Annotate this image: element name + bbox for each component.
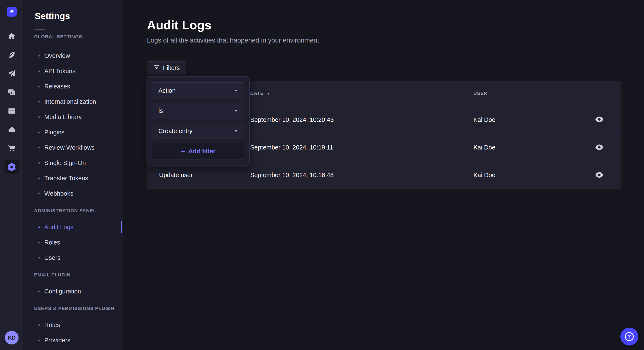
view-details-button[interactable]: [595, 172, 603, 178]
sidebar-item-transfer-tokens[interactable]: Transfer Tokens: [24, 171, 122, 186]
filters-button-label: Filters: [163, 64, 180, 71]
bullet-icon: [38, 257, 40, 259]
strapi-logo-icon: [8, 8, 15, 15]
bullet-icon: [38, 226, 40, 228]
filter-field-select[interactable]: Action ▼: [152, 82, 244, 99]
paper-plane-icon[interactable]: [7, 69, 16, 78]
filters-popover: Action ▼ is ▼ Create entry ▼ + Add filte…: [146, 76, 250, 167]
sort-desc-icon[interactable]: ▼: [267, 92, 270, 95]
cell-user: Kai Doe: [474, 144, 590, 151]
main-nav-rail: KD: [0, 0, 24, 350]
cell-user: Kai Doe: [474, 116, 590, 123]
section-header: USERS & PERMISSIONS PLUGIN: [34, 306, 122, 311]
cell-action: Update user: [159, 172, 250, 178]
settings-sidebar: Settings GLOBAL SETTINGS Overview API To…: [24, 0, 122, 350]
sidebar-item-api-tokens[interactable]: API Tokens: [24, 63, 122, 79]
eye-icon: [595, 117, 603, 123]
column-header-user[interactable]: USER: [474, 91, 590, 96]
eye-icon: [595, 172, 603, 178]
sidebar-item-review-workflows[interactable]: Review Workflows: [24, 140, 122, 155]
filter-operator-select[interactable]: is ▼: [152, 103, 244, 119]
page-subtitle: Logs of all the activities that happened…: [147, 37, 319, 44]
view-details-button[interactable]: [595, 144, 603, 151]
bullet-icon: [38, 193, 40, 194]
filter-icon: [153, 64, 160, 72]
bullet-icon: [38, 340, 40, 341]
feather-icon[interactable]: [7, 50, 16, 59]
rail-icon-nav: [0, 31, 24, 172]
sidebar-item-plugins[interactable]: Plugins: [24, 125, 122, 140]
cell-date: September 10, 2024, 10:19:11: [250, 144, 474, 151]
bullet-icon: [38, 101, 40, 103]
strapi-logo[interactable]: [7, 7, 16, 16]
sidebar-item-providers[interactable]: Providers: [24, 333, 122, 348]
bullet-icon: [38, 132, 40, 133]
rail-divider-bottom: [0, 321, 24, 321]
filters-button[interactable]: Filters: [147, 61, 186, 74]
section-users-permissions-plugin: USERS & PERMISSIONS PLUGIN Roles Provide…: [24, 306, 122, 348]
layout-icon[interactable]: [7, 106, 16, 116]
images-icon[interactable]: [7, 88, 16, 97]
filter-value-select[interactable]: Create entry ▼: [152, 123, 244, 139]
bullet-icon: [38, 291, 40, 292]
section-header: EMAIL PLUGIN: [34, 272, 122, 278]
cell-date: September 10, 2024, 10:20:43: [250, 116, 474, 123]
sidebar-item-roles-admin[interactable]: Roles: [24, 235, 122, 250]
sidebar-item-releases[interactable]: Releases: [24, 79, 122, 94]
section-header: ADMINISTRATION PANEL: [34, 208, 122, 213]
chevron-down-icon: ▼: [234, 109, 238, 113]
sidebar-item-audit-logs[interactable]: Audit Logs: [24, 219, 122, 235]
gear-icon[interactable]: [7, 163, 16, 172]
sidebar-item-internationalization[interactable]: Internationalization: [24, 94, 122, 109]
sidebar-title: Settings: [35, 11, 70, 21]
page-title: Audit Logs: [147, 18, 212, 32]
main-content: Audit Logs Logs of all the activities th…: [123, 0, 644, 350]
home-icon[interactable]: [7, 31, 16, 41]
user-avatar[interactable]: KD: [5, 331, 18, 345]
view-details-button[interactable]: [595, 117, 603, 123]
cell-user: Kai Doe: [474, 172, 590, 178]
bullet-icon: [38, 147, 40, 149]
cart-icon[interactable]: [7, 144, 16, 153]
bullet-icon: [38, 70, 40, 72]
sidebar-item-single-sign-on[interactable]: Single Sign-On: [24, 155, 122, 171]
eye-icon: [595, 144, 603, 151]
bullet-icon: [38, 55, 40, 57]
bullet-icon: [38, 242, 40, 243]
help-button[interactable]: ?: [620, 328, 638, 346]
section-administration-panel: ADMINISTRATION PANEL Audit Logs Roles Us…: [24, 208, 122, 265]
bullet-icon: [38, 162, 40, 164]
sidebar-title-underline: [35, 29, 45, 30]
sidebar-item-users[interactable]: Users: [24, 250, 122, 265]
sidebar-item-overview[interactable]: Overview: [24, 48, 122, 63]
section-email-plugin: EMAIL PLUGIN Configuration: [24, 272, 122, 299]
cell-date: September 10, 2024, 10:16:48: [250, 172, 474, 178]
chevron-down-icon: ▼: [234, 89, 238, 93]
column-header-date[interactable]: DATE▼: [250, 91, 474, 96]
sidebar-item-webhooks[interactable]: Webhooks: [24, 186, 122, 201]
question-mark-icon: ?: [625, 332, 634, 341]
rail-divider-top: [0, 28, 24, 28]
bullet-icon: [38, 116, 40, 118]
bullet-icon: [38, 324, 40, 326]
cloud-icon[interactable]: [7, 125, 16, 134]
section-global-settings: GLOBAL SETTINGS Overview API Tokens Rele…: [24, 34, 122, 201]
sidebar-item-configuration[interactable]: Configuration: [24, 284, 122, 299]
sidebar-item-media-library[interactable]: Media Library: [24, 109, 122, 125]
bullet-icon: [38, 177, 40, 179]
section-header: GLOBAL SETTINGS: [34, 34, 122, 39]
bullet-icon: [38, 86, 40, 87]
sidebar-item-roles-up[interactable]: Roles: [24, 317, 122, 333]
chevron-down-icon: ▼: [234, 129, 238, 133]
add-filter-button[interactable]: + Add filter: [152, 143, 244, 160]
